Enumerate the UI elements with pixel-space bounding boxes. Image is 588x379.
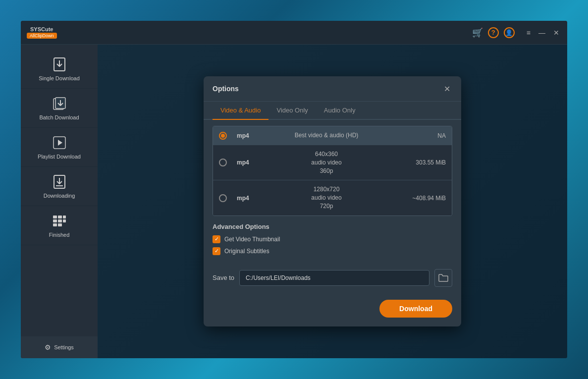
format-radio-1[interactable] bbox=[219, 132, 227, 140]
app-name: SYSCute bbox=[30, 26, 53, 32]
format-table: mp4 Best video & audio (HD) NA mp4 640x3… bbox=[213, 126, 452, 216]
sidebar-label-batch-download: Batch Download bbox=[39, 114, 79, 120]
format-type-2: mp4 bbox=[237, 159, 271, 166]
sidebar-item-downloading[interactable]: Downloading bbox=[21, 167, 98, 206]
thumbnail-checkbox[interactable]: ✓ bbox=[213, 235, 220, 243]
format-row-2[interactable]: mp4 640x360audio video360p 303.55 MiB bbox=[213, 145, 452, 180]
sidebar-label-playlist-download: Playlist Download bbox=[38, 154, 81, 160]
window-controls: ≡ — ✕ bbox=[525, 28, 561, 38]
options-dialog: Options ✕ Video & Audio Video Only Audio… bbox=[204, 76, 461, 326]
format-size-2: 303.55 MiB bbox=[381, 159, 446, 166]
cart-icon[interactable]: 🛒 bbox=[472, 27, 483, 38]
svg-rect-11 bbox=[53, 219, 57, 222]
dialog-header: Options ✕ bbox=[204, 76, 461, 102]
svg-rect-15 bbox=[58, 223, 62, 226]
minimize-button[interactable]: — bbox=[536, 28, 547, 38]
sidebar-item-playlist-download[interactable]: Playlist Download bbox=[21, 128, 98, 167]
format-radio-2[interactable] bbox=[219, 159, 227, 166]
sidebar-item-batch-download[interactable]: Batch Download bbox=[21, 89, 98, 128]
playlist-download-icon bbox=[52, 135, 67, 151]
settings-button[interactable]: ⚙ Settings bbox=[21, 336, 98, 358]
format-row-1[interactable]: mp4 Best video & audio (HD) NA bbox=[213, 126, 452, 145]
svg-rect-14 bbox=[58, 219, 62, 222]
batch-download-icon bbox=[52, 96, 67, 111]
single-download-icon bbox=[52, 56, 67, 72]
checkbox-original-subtitles[interactable]: ✓ Original Subtitles bbox=[213, 247, 452, 255]
dialog-close-button[interactable]: ✕ bbox=[441, 83, 452, 94]
tab-video-audio[interactable]: Video & Audio bbox=[213, 102, 268, 120]
checkbox-check-icon: ✓ bbox=[214, 236, 219, 242]
save-to-section: Save to bbox=[204, 264, 461, 295]
save-path-input[interactable] bbox=[239, 270, 429, 286]
app-branding: SYSCute AllClipDown bbox=[27, 26, 57, 39]
sidebar-item-finished[interactable]: Finished bbox=[21, 206, 98, 245]
tab-video-only[interactable]: Video Only bbox=[268, 102, 316, 120]
modal-overlay: Options ✕ Video & Audio Video Only Audio… bbox=[98, 45, 567, 358]
title-bar: SYSCute AllClipDown 🛒 ? 👤 ≡ — ✕ bbox=[21, 21, 567, 45]
advanced-options-title: Advanced Options bbox=[213, 223, 452, 230]
advanced-options-section: Advanced Options ✓ Get Video Thumbnail ✓ bbox=[204, 216, 461, 264]
format-size-1: NA bbox=[381, 132, 446, 139]
format-desc-2: 640x360audio video360p bbox=[271, 150, 381, 175]
checkbox-check-icon-2: ✓ bbox=[214, 248, 219, 254]
format-row-3[interactable]: mp4 1280x720audio video720p ~408.94 MiB bbox=[213, 180, 452, 215]
sidebar-label-finished: Finished bbox=[49, 232, 70, 238]
folder-browse-button[interactable] bbox=[434, 269, 452, 287]
main-content: Options ✕ Video & Audio Video Only Audio… bbox=[98, 45, 567, 358]
svg-marker-6 bbox=[58, 140, 62, 146]
dialog-title: Options bbox=[213, 85, 239, 93]
svg-rect-16 bbox=[63, 216, 66, 218]
sidebar-label-downloading: Downloading bbox=[44, 193, 75, 199]
user-icon[interactable]: 👤 bbox=[504, 27, 515, 38]
title-bar-right: 🛒 ? 👤 ≡ — ✕ bbox=[472, 27, 561, 38]
tab-audio-only[interactable]: Audio Only bbox=[316, 102, 364, 120]
subtitles-checkbox[interactable]: ✓ bbox=[213, 247, 220, 255]
format-radio-3[interactable] bbox=[219, 194, 227, 202]
settings-icon: ⚙ bbox=[45, 343, 51, 351]
app-window: SYSCute AllClipDown 🛒 ? 👤 ≡ — ✕ bbox=[21, 21, 567, 358]
svg-rect-17 bbox=[63, 219, 66, 222]
dialog-footer: Download bbox=[204, 295, 461, 326]
svg-rect-12 bbox=[53, 223, 57, 226]
subtitles-label: Original Subtitles bbox=[224, 248, 269, 255]
sidebar-item-single-download[interactable]: Single Download bbox=[21, 50, 98, 89]
content-area: Options ✕ Video & Audio Video Only Audio… bbox=[98, 45, 567, 358]
app-badge: AllClipDown bbox=[27, 33, 57, 39]
format-type-3: mp4 bbox=[237, 195, 271, 202]
save-to-label: Save to bbox=[213, 274, 234, 281]
checkbox-get-thumbnail[interactable]: ✓ Get Video Thumbnail bbox=[213, 235, 452, 243]
sidebar: Single Download Batch Download bbox=[21, 45, 98, 358]
finished-icon bbox=[52, 213, 67, 229]
format-size-3: ~408.94 MiB bbox=[381, 195, 446, 202]
close-button[interactable]: ✕ bbox=[551, 28, 561, 38]
thumbnail-label: Get Video Thumbnail bbox=[224, 236, 280, 243]
menu-button[interactable]: ≡ bbox=[525, 28, 533, 38]
downloading-icon bbox=[52, 174, 67, 190]
format-desc-1: Best video & audio (HD) bbox=[271, 131, 381, 140]
format-type-1: mp4 bbox=[237, 132, 271, 139]
format-tabs: Video & Audio Video Only Audio Only bbox=[204, 102, 461, 120]
sidebar-label-single-download: Single Download bbox=[39, 75, 80, 81]
help-icon[interactable]: ? bbox=[488, 27, 499, 38]
svg-rect-13 bbox=[58, 216, 62, 218]
app-body: Single Download Batch Download bbox=[21, 45, 567, 358]
svg-rect-10 bbox=[53, 216, 57, 218]
download-button[interactable]: Download bbox=[379, 300, 452, 318]
settings-label: Settings bbox=[54, 344, 74, 350]
format-desc-3: 1280x720audio video720p bbox=[271, 185, 381, 210]
